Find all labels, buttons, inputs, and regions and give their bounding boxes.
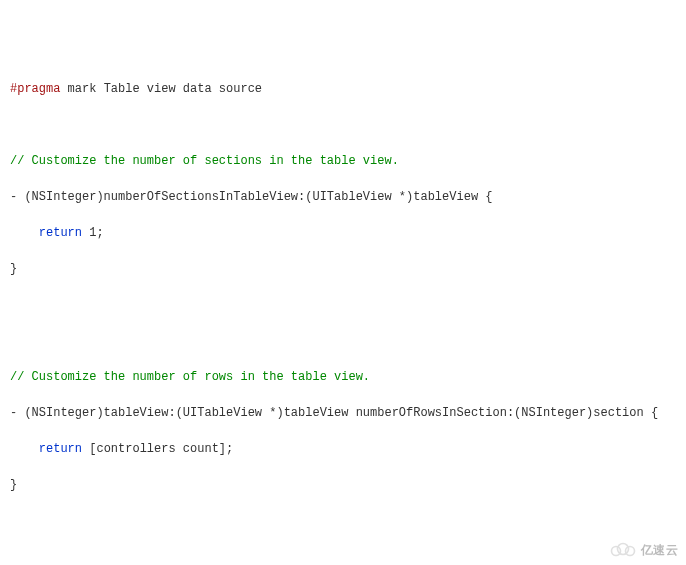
keyword-return: return <box>39 226 82 240</box>
code-text: [controllers count]; <box>82 442 233 456</box>
blank-line <box>10 296 676 314</box>
code-line: // Customize the number of rows in the t… <box>10 368 676 386</box>
code-line: - (NSInteger)numberOfSectionsInTableView… <box>10 188 676 206</box>
code-text: } <box>10 478 17 492</box>
watermark: 亿速云 <box>609 541 679 559</box>
blank-line <box>10 548 676 565</box>
code-line: - (NSInteger)tableView:(UITableView *)ta… <box>10 404 676 422</box>
code-line: return [controllers count]; <box>10 440 676 458</box>
indent <box>10 226 39 240</box>
watermark-text: 亿速云 <box>641 541 679 559</box>
code-line: #pragma mark Table view data source <box>10 80 676 98</box>
code-line: return 1; <box>10 224 676 242</box>
cloud-icon <box>609 542 637 558</box>
blank-line <box>10 512 676 530</box>
preprocessor-directive: #pragma <box>10 82 60 96</box>
comment: // Customize the number of rows in the t… <box>10 370 370 384</box>
blank-line <box>10 116 676 134</box>
code-line: } <box>10 260 676 278</box>
indent <box>10 442 39 456</box>
code-text: mark Table view data source <box>60 82 262 96</box>
svg-point-2 <box>625 547 634 556</box>
code-text: - (NSInteger)numberOfSectionsInTableView… <box>10 190 492 204</box>
code-line: } <box>10 476 676 494</box>
svg-point-0 <box>611 547 620 556</box>
keyword-return: return <box>39 442 82 456</box>
blank-line <box>10 332 676 350</box>
code-line: // Customize the number of sections in t… <box>10 152 676 170</box>
comment: // Customize the number of sections in t… <box>10 154 399 168</box>
code-text: - (NSInteger)tableView:(UITableView *)ta… <box>10 406 658 420</box>
code-text: } <box>10 262 17 276</box>
code-text: 1; <box>82 226 104 240</box>
